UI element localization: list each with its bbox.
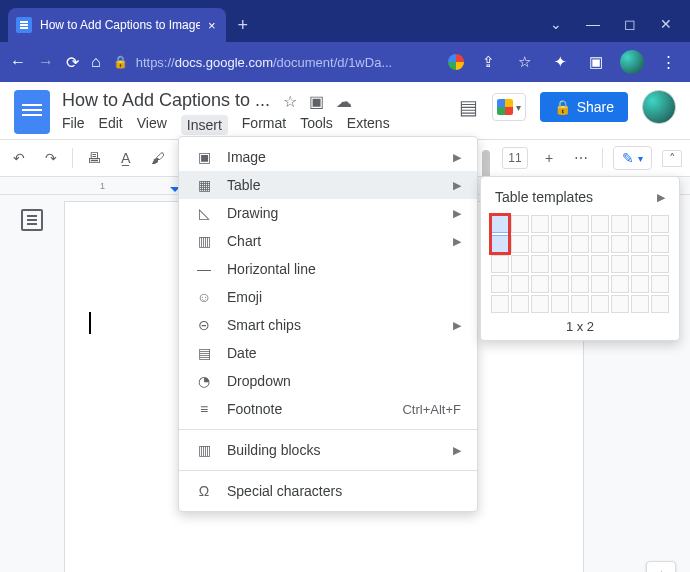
menu-item-drawing[interactable]: ◺ Drawing ▶ — [179, 199, 477, 227]
menu-tools[interactable]: Tools — [300, 115, 333, 135]
home-button[interactable]: ⌂ — [91, 53, 101, 71]
grid-cell[interactable] — [551, 255, 569, 273]
grid-cell[interactable] — [531, 235, 549, 253]
grid-cell[interactable] — [631, 215, 649, 233]
menu-item-image[interactable]: ▣ Image ▶ — [179, 143, 477, 171]
close-tab-icon[interactable]: × — [208, 18, 216, 33]
menu-item-horizontal-line[interactable]: — Horizontal line — [179, 255, 477, 283]
comments-icon[interactable]: ▤ — [459, 95, 478, 119]
grid-cell[interactable] — [551, 215, 569, 233]
reading-list-icon[interactable]: ▣ — [584, 50, 608, 74]
grid-cell[interactable] — [591, 235, 609, 253]
undo-button[interactable]: ↶ — [8, 150, 30, 166]
redo-button[interactable]: ↷ — [40, 150, 62, 166]
grid-cell[interactable] — [611, 215, 629, 233]
grid-cell[interactable] — [591, 275, 609, 293]
kebab-menu-icon[interactable]: ⋮ — [656, 50, 680, 74]
grid-cell[interactable] — [651, 235, 669, 253]
close-window-icon[interactable]: ✕ — [660, 16, 672, 32]
table-size-picker[interactable] — [491, 215, 669, 313]
star-document-icon[interactable]: ☆ — [283, 92, 297, 111]
spellcheck-button[interactable]: A̲ — [115, 150, 137, 166]
grid-cell[interactable] — [591, 295, 609, 313]
menu-item-chart[interactable]: ▥ Chart ▶ — [179, 227, 477, 255]
menu-insert[interactable]: Insert — [181, 115, 228, 135]
reload-button[interactable]: ⟳ — [66, 53, 79, 72]
grid-cell[interactable] — [571, 275, 589, 293]
cloud-status-icon[interactable]: ☁ — [336, 92, 352, 111]
menu-item-date[interactable]: ▤ Date — [179, 339, 477, 367]
grid-cell[interactable] — [491, 275, 509, 293]
grid-cell[interactable] — [591, 215, 609, 233]
google-icon[interactable] — [448, 54, 464, 70]
font-size-input[interactable]: 11 — [502, 147, 528, 169]
grid-cell[interactable] — [511, 235, 529, 253]
menu-item-smart-chips[interactable]: ⊝ Smart chips ▶ — [179, 311, 477, 339]
docs-logo-icon[interactable] — [14, 90, 50, 134]
grid-cell[interactable] — [611, 235, 629, 253]
menu-edit[interactable]: Edit — [99, 115, 123, 135]
meet-button[interactable]: ▾ — [492, 93, 526, 121]
grid-cell[interactable] — [511, 215, 529, 233]
star-icon[interactable]: ☆ — [512, 50, 536, 74]
account-avatar[interactable] — [642, 90, 676, 124]
paint-format-button[interactable]: 🖌 — [147, 150, 169, 166]
grid-cell[interactable] — [491, 255, 509, 273]
grid-cell[interactable] — [511, 275, 529, 293]
explore-button[interactable]: ✦ — [646, 561, 676, 572]
grid-cell[interactable] — [571, 215, 589, 233]
browser-tab[interactable]: How to Add Captions to Images × — [8, 8, 226, 42]
menu-item-footnote[interactable]: ≡ Footnote Ctrl+Alt+F — [179, 395, 477, 423]
grid-cell[interactable] — [571, 235, 589, 253]
grid-cell[interactable] — [611, 275, 629, 293]
grid-cell[interactable] — [651, 215, 669, 233]
print-button[interactable]: 🖶 — [83, 150, 105, 166]
grid-cell[interactable] — [631, 295, 649, 313]
grid-cell[interactable] — [651, 255, 669, 273]
editing-mode-button[interactable]: ✎ ▾ — [613, 146, 652, 170]
minimize-icon[interactable]: — — [586, 16, 600, 32]
grid-cell[interactable] — [551, 295, 569, 313]
grid-cell[interactable] — [611, 295, 629, 313]
menu-item-special-characters[interactable]: Ω Special characters — [179, 477, 477, 505]
document-title[interactable]: How to Add Captions to ... — [62, 90, 270, 110]
more-tools-icon[interactable]: ⋯ — [570, 150, 592, 166]
menu-extensions[interactable]: Extens — [347, 115, 390, 135]
grid-cell[interactable] — [571, 255, 589, 273]
grid-cell[interactable] — [631, 275, 649, 293]
grid-cell[interactable] — [491, 235, 509, 253]
maximize-icon[interactable]: ◻ — [624, 16, 636, 32]
grid-cell[interactable] — [631, 235, 649, 253]
grid-cell[interactable] — [531, 295, 549, 313]
menu-file[interactable]: File — [62, 115, 85, 135]
document-outline-button[interactable] — [21, 209, 43, 231]
menu-view[interactable]: View — [137, 115, 167, 135]
browser-profile-avatar[interactable] — [620, 50, 644, 74]
grid-cell[interactable] — [611, 255, 629, 273]
move-document-icon[interactable]: ▣ — [309, 92, 324, 111]
grid-cell[interactable] — [511, 295, 529, 313]
menu-item-dropdown[interactable]: ◔ Dropdown — [179, 367, 477, 395]
grid-cell[interactable] — [631, 255, 649, 273]
menu-format[interactable]: Format — [242, 115, 286, 135]
menu-item-building-blocks[interactable]: ▥ Building blocks ▶ — [179, 436, 477, 464]
grid-cell[interactable] — [551, 275, 569, 293]
grid-cell[interactable] — [591, 255, 609, 273]
share-page-icon[interactable]: ⇪ — [476, 50, 500, 74]
chevron-down-icon[interactable]: ⌄ — [550, 16, 562, 32]
grid-cell[interactable] — [531, 255, 549, 273]
grid-cell[interactable] — [571, 295, 589, 313]
grid-cell[interactable] — [511, 255, 529, 273]
grid-cell[interactable] — [491, 295, 509, 313]
grid-cell[interactable] — [651, 275, 669, 293]
menu-item-table[interactable]: ▦ Table ▶ — [179, 171, 477, 199]
share-button[interactable]: 🔒 Share — [540, 92, 628, 122]
grid-cell[interactable] — [551, 235, 569, 253]
grid-cell[interactable] — [651, 295, 669, 313]
back-button[interactable]: ← — [10, 53, 26, 71]
menu-item-table-templates[interactable]: Table templates ▶ — [491, 185, 669, 215]
extensions-icon[interactable]: ✦ — [548, 50, 572, 74]
collapse-toolbar-button[interactable]: ˄ — [662, 150, 682, 167]
address-bar[interactable]: 🔒 https://docs.google.com/document/d/1wD… — [113, 55, 436, 70]
new-tab-button[interactable]: + — [238, 15, 249, 36]
